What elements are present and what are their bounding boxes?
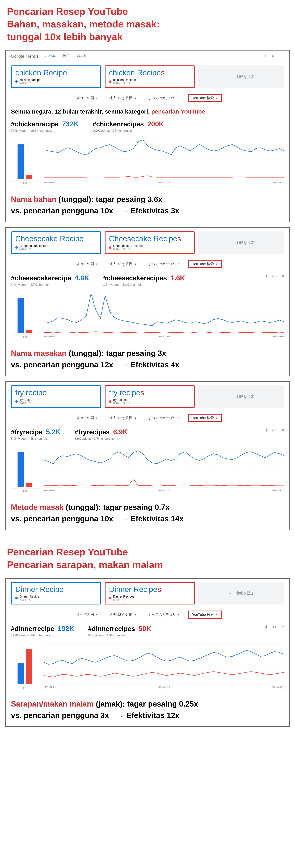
nav-home[interactable]: ホーム [45, 53, 56, 59]
term-sub-2: Dinner Recipes 検索キーワード [109, 595, 191, 601]
download-icon[interactable]: ⬇ [265, 274, 268, 279]
filter-search-type[interactable]: YouTube 検索 ▼ [188, 414, 222, 422]
term-keyword-1: Dinner Recipe [20, 595, 39, 598]
term-sub-text-2: fry recipes 検索キーワード [113, 398, 130, 405]
term-title-1: Dinner Recipe [15, 585, 97, 594]
hashtag-row: #cheesecakerecipe 4.9K 4.9K videos・2.7K … [6, 272, 289, 290]
share-icon[interactable]: ↗ [281, 625, 284, 629]
term-card-1[interactable]: fry recipe fry recipe 検索キーワード [11, 385, 101, 408]
embed-icon[interactable]: <> [272, 428, 276, 433]
chevron-down-icon: ▼ [96, 416, 98, 420]
download-icon[interactable]: ⬇ [265, 428, 268, 433]
chevron-down-icon: ▼ [216, 97, 218, 99]
hashtag-sub-1: 732K videos・266K channels [11, 129, 78, 133]
term-card-2[interactable]: fry recipes fry recipes 検索キーワード [105, 385, 195, 408]
add-compare-button[interactable]: ＋ 比較を追加 [198, 65, 284, 88]
term-title-2: fry recipes [109, 389, 191, 397]
term-title-2: Dinner Recipes [109, 585, 191, 594]
hashtag-row: #chickenrecipe 732K 732K videos・266K cha… [6, 118, 289, 136]
svg-text:2024/06/09: 2024/06/09 [272, 335, 284, 338]
hashtag-count-2: 1.6K [170, 274, 185, 282]
term-card-2[interactable]: chicken Recipes chicken Recipes 検索キーワード [105, 65, 195, 88]
filter-category[interactable]: すべてのカテゴリ ▼ [145, 260, 183, 267]
term-card-2[interactable]: Dinner Recipes Dinner Recipes 検索キーワード [105, 582, 195, 604]
conclusion-highlight: Metode masak [11, 503, 64, 512]
chart-area: 平均 100 50 2023/10/01 2024/02/11 2024/06/… [6, 136, 289, 190]
term-card-1[interactable]: chicken Recipe chicken Recipe 検索キーワード [11, 65, 101, 88]
filter-search-type[interactable]: YouTube 検索 ▼ [188, 260, 222, 268]
hashtag-1: #chickenrecipe [11, 121, 59, 128]
add-compare-button[interactable]: ＋ 比較を追加 [198, 385, 284, 408]
filter-category[interactable]: すべてのカテゴリ ▼ [145, 95, 183, 101]
filter-country[interactable]: すべての国 ▼ [73, 611, 101, 618]
term-sub-1: Dinner Recipe 検索キーワード [15, 595, 97, 601]
hashtag-item-1: #dinnerrecipe 192K 192K videos・59K chann… [11, 625, 74, 638]
term-title-1: fry recipe [15, 389, 97, 397]
term-sub-text-2: Dinner Recipes 検索キーワード [113, 595, 134, 601]
add-compare-button[interactable]: ＋ 比較を追加 [198, 582, 284, 604]
share-icon[interactable]: < [264, 54, 266, 59]
filter-period[interactable]: 過去 12 か月間 ▼ [106, 611, 140, 618]
bar-blue [18, 145, 24, 179]
filter-country[interactable]: すべての国 ▼ [73, 260, 101, 267]
bar-red [26, 483, 32, 487]
term-keyword-1: fry recipe [20, 398, 36, 402]
feedback-icon[interactable]: ⚐ [271, 54, 275, 59]
bar-avg-label: 平均 [11, 181, 39, 185]
term-title-2: Cheesecake Recipes [109, 235, 191, 243]
filter-period[interactable]: 過去 12 か月間 ▼ [106, 414, 140, 421]
bar-avg-label: 平均 [11, 335, 39, 339]
filter-country[interactable]: すべての国 ▼ [73, 95, 101, 101]
menu-icon[interactable]: ⋮ [280, 54, 284, 59]
google-trends-logo: Google Trends [11, 54, 38, 59]
filter-search-type[interactable]: YouTube 検索 ▼ [188, 611, 222, 619]
section-title-2: Pencarian Resep YouTube Pencarian sarapa… [0, 535, 295, 575]
chevron-down-icon: ▼ [178, 97, 180, 99]
hashtag-row: #dinnerrecipe 192K 192K videos・59K chann… [6, 623, 289, 641]
hashtag-count-2: 200K [147, 120, 164, 128]
term-card-2[interactable]: Cheesecake Recipes Cheesecake Recipes 検索… [105, 231, 195, 254]
svg-text:2023/10/01: 2023/10/01 [44, 181, 56, 184]
hashtag-count-1: 732K [62, 120, 79, 128]
filter-summary-highlight: pencarian YouTube [151, 108, 205, 115]
share-icon[interactable]: ↗ [281, 274, 284, 279]
chevron-down-icon: ▼ [216, 262, 218, 266]
hashtag-1: #fryrecipe [11, 429, 42, 436]
embed-icon[interactable]: <> [272, 274, 276, 279]
chart-area: 平均 100 50 2023/10/01 2024/02/11 2024/06/… [6, 641, 289, 695]
term-title-2: chicken Recipes [109, 68, 191, 77]
add-compare-button[interactable]: ＋ 比較を追加 [198, 231, 284, 254]
chevron-down-icon: ▼ [134, 97, 137, 99]
term-type-2: 検索キーワード [113, 82, 136, 85]
term-sub-2: fry recipes 検索キーワード [109, 398, 191, 405]
term-sub-1: fry recipe 検索キーワード [15, 398, 97, 405]
nav-rising[interactable]: 急上昇 [76, 53, 87, 59]
term-card-1[interactable]: Cheesecake Recipe Cheesecake Recipe 検索キー… [11, 231, 101, 254]
hashtag-sub-2: 50K videos・16K channels [88, 633, 151, 638]
nav-explore[interactable]: 探す [63, 53, 70, 59]
comparison-panel-2: fry recipe fry recipe 検索キーワード fry recipe… [5, 381, 290, 530]
hashtag-2: #cheesecakerecipes [103, 275, 167, 282]
svg-text:2024/02/11: 2024/02/11 [158, 181, 170, 184]
conclusion-text-2: vs. pencarian pengguna 12x → Efektivitas… [11, 359, 284, 370]
embed-icon[interactable]: <> [272, 625, 276, 629]
filter-period[interactable]: 過去 12 か月間 ▼ [106, 95, 140, 101]
conclusion-highlight: Nama bahan [11, 195, 56, 204]
hashtag-sub-1: 192K videos・59K channels [11, 633, 74, 638]
avg-bar-chart: 平均 [11, 644, 39, 689]
filter-category[interactable]: すべてのカテゴリ ▼ [145, 414, 183, 421]
filter-category[interactable]: すべてのカテゴリ ▼ [145, 611, 183, 618]
term-card-1[interactable]: Dinner Recipe Dinner Recipe 検索キーワード [11, 582, 101, 604]
share-icon[interactable]: ↗ [281, 428, 284, 433]
filter-summary-text: Semua negara, 12 bulan terakhir, semua k… [11, 108, 151, 115]
filter-row: すべての国 ▼ 過去 12 か月間 ▼ すべてのカテゴリ ▼ YouTube 検… [6, 608, 289, 623]
filter-country[interactable]: すべての国 ▼ [73, 414, 101, 421]
term-sub-text-2: chicken Recipes 検索キーワード [113, 78, 136, 85]
filter-search-type[interactable]: YouTube 検索 ▼ [188, 94, 222, 102]
filter-period[interactable]: 過去 12 か月間 ▼ [106, 260, 140, 267]
trend-line-chart: 100 50 2023/10/01 2024/02/11 2024/06/23 [44, 644, 284, 689]
term-sub-1: chicken Recipe 検索キーワード [15, 78, 97, 85]
bar-red [26, 175, 32, 179]
download-icon[interactable]: ⬇ [265, 625, 268, 629]
svg-text:2024/06/23: 2024/06/23 [272, 686, 284, 688]
